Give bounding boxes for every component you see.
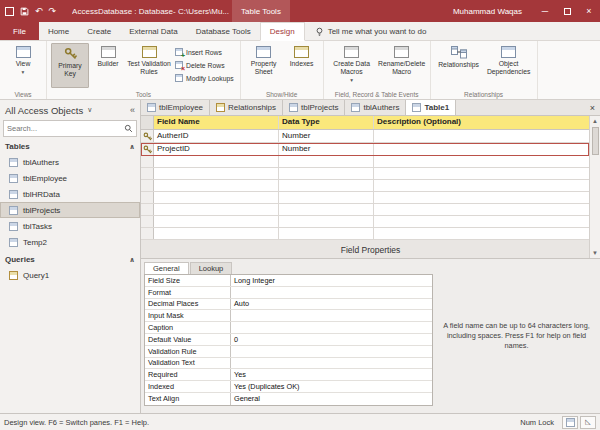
modify-lookups-button[interactable]: Modify Lookups [173,72,236,84]
data-type-cell[interactable] [279,180,374,191]
nav-item-tblProjects[interactable]: tblProjects [0,202,140,218]
property-value[interactable]: Yes [231,370,432,379]
nav-item-Temp2[interactable]: Temp2 [0,234,140,250]
relationships-button[interactable]: Relationships [435,43,483,88]
nav-pane-title[interactable]: All Access Objects [5,105,83,116]
row-selector[interactable] [141,156,154,167]
app-icon[interactable] [5,7,14,16]
shutter-bar-close-icon[interactable]: « [130,105,135,115]
rename-delete-macro-button[interactable]: Rename/Delete Macro [378,43,426,88]
tab-database-tools[interactable]: Database Tools [187,22,260,40]
nav-item-Query1[interactable]: Query1 [0,267,140,283]
redo-icon[interactable]: ↷ [49,7,57,16]
tab-lookup[interactable]: Lookup [190,262,233,274]
builder-button[interactable]: Builder [91,43,125,88]
search-input[interactable] [7,124,124,133]
column-header-description[interactable]: Description (Optional) [374,116,589,129]
field-name-cell[interactable] [154,168,279,179]
nav-item-tblTasks[interactable]: tblTasks [0,218,140,234]
data-type-cell[interactable] [279,204,374,215]
nav-section-queries[interactable]: Queries ∧ [0,252,140,267]
data-type-cell[interactable]: Number [279,130,374,142]
property-sheet-button[interactable]: Property Sheet [245,43,283,88]
field-name-cell[interactable] [154,192,279,203]
field-name-cell[interactable] [154,228,279,239]
data-type-cell[interactable] [279,216,374,227]
data-type-cell[interactable] [279,156,374,167]
property-value[interactable]: Yes (Duplicates OK) [231,382,432,391]
primary-key-button[interactable]: Primary Key [51,43,89,88]
create-data-macros-button[interactable]: Create Data Macros ▾ [328,43,376,88]
row-selector[interactable] [141,130,154,142]
row-selector[interactable] [141,228,154,239]
doc-tab-tblEmployee[interactable]: tblEmployee [141,100,210,115]
tab-file[interactable]: File [0,22,39,40]
doc-tab-relationships[interactable]: Relationships [210,100,283,115]
property-value[interactable]: Auto [231,299,432,308]
scrollbar-thumb[interactable] [592,127,599,155]
data-type-cell[interactable]: Number [279,143,374,155]
maximize-button[interactable] [556,0,578,22]
row-selector-header[interactable] [141,116,154,129]
design-view-button[interactable]: ◺ [580,416,596,429]
vertical-scrollbar[interactable]: ▲ ▼ [589,116,600,258]
tell-me-box[interactable]: Tell me what you want to do [315,22,427,40]
close-button[interactable]: × [578,0,600,22]
tab-design[interactable]: Design [260,22,305,41]
row-selector[interactable] [141,216,154,227]
column-header-field-name[interactable]: Field Name [154,116,279,129]
data-type-cell[interactable] [279,228,374,239]
row-selector[interactable] [141,204,154,215]
minimize-button[interactable]: ─ [534,0,556,22]
scroll-up-icon[interactable]: ▲ [592,116,598,126]
search-icon[interactable] [124,124,133,133]
nav-item-tblEmployee[interactable]: tblEmployee [0,170,140,186]
datasheet-view-button[interactable] [562,416,578,429]
nav-item-tblHRData[interactable]: tblHRData [0,186,140,202]
object-dependencies-button[interactable]: Object Dependencies [485,43,533,88]
data-type-cell[interactable] [279,192,374,203]
property-value[interactable]: General [231,394,432,403]
tab-external-data[interactable]: External Data [120,22,186,40]
description-cell[interactable] [374,192,589,203]
user-account[interactable]: Muhammad Waqas [453,7,522,16]
field-name-cell[interactable] [154,216,279,227]
test-validation-rules-button[interactable]: Test Validation Rules [127,43,171,88]
description-cell[interactable] [374,180,589,191]
description-cell[interactable] [374,216,589,227]
close-document-button[interactable]: × [585,100,600,115]
field-name-cell[interactable]: AutherID [154,130,279,142]
save-icon[interactable] [20,7,29,16]
tab-create[interactable]: Create [78,22,120,40]
indexes-button[interactable]: Indexes [285,43,319,88]
view-button[interactable]: View ▾ [4,43,42,88]
doc-tab-tblAuthers[interactable]: tblAuthers [345,100,406,115]
description-cell[interactable] [374,130,589,142]
tab-general[interactable]: General [144,262,189,274]
description-cell[interactable] [374,143,589,155]
nav-item-tblAuthers[interactable]: tblAuthers [0,154,140,170]
field-name-cell[interactable] [154,156,279,167]
field-name-cell[interactable] [154,180,279,191]
insert-rows-button[interactable]: Insert Rows [173,46,236,58]
row-selector[interactable] [141,168,154,179]
chevron-down-icon[interactable]: ∨ [87,106,92,114]
row-selector[interactable] [141,143,154,155]
field-name-cell[interactable]: ProjectID [154,143,279,155]
delete-rows-button[interactable]: Delete Rows [173,59,236,71]
row-selector[interactable] [141,192,154,203]
property-value[interactable]: 0 [231,335,432,344]
description-cell[interactable] [374,168,589,179]
nav-section-tables[interactable]: Tables ∧ [0,139,140,154]
doc-tab-tblProjects[interactable]: tblProjects [283,100,345,115]
field-name-cell[interactable] [154,204,279,215]
description-cell[interactable] [374,204,589,215]
column-header-data-type[interactable]: Data Type [279,116,374,129]
description-cell[interactable] [374,228,589,239]
row-selector[interactable] [141,180,154,191]
doc-tab-table1[interactable]: Table1 [406,100,456,115]
data-type-cell[interactable] [279,168,374,179]
description-cell[interactable] [374,156,589,167]
tab-home[interactable]: Home [39,22,78,40]
undo-icon[interactable]: ↶ [35,7,43,16]
